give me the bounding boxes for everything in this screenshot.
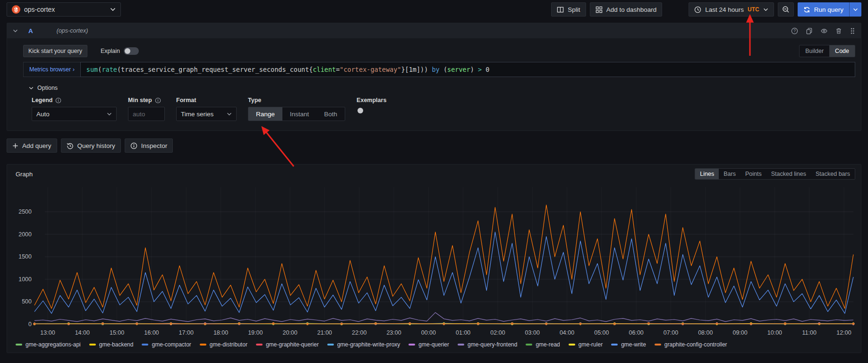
dashboard-grid-icon xyxy=(596,6,603,13)
query-history-button[interactable]: Query history xyxy=(61,138,121,153)
svg-text:19:00: 19:00 xyxy=(248,329,263,336)
viz-lines[interactable]: Lines xyxy=(695,169,719,179)
svg-text:12:00: 12:00 xyxy=(836,329,851,336)
viz-bars[interactable]: Bars xyxy=(719,169,740,179)
legend-item-gme-graphite-write-proxy[interactable]: gme-graphite-write-proxy xyxy=(327,341,400,348)
explain-toggle[interactable] xyxy=(124,47,139,55)
exemplars-field-label: Exemplars xyxy=(357,97,386,104)
viz-stacked-lines[interactable]: Stacked lines xyxy=(766,169,811,179)
info-icon xyxy=(155,97,161,104)
query-editor-panel: A (ops-cortex) ? xyxy=(7,23,861,131)
viz-points[interactable]: Points xyxy=(740,169,766,179)
help-icon[interactable]: ? xyxy=(791,27,798,35)
time-series-chart[interactable]: 0500100015002000250013:0014:0015:0016:00… xyxy=(13,184,856,340)
query-token: ( xyxy=(98,66,102,73)
drag-handle-icon[interactable] xyxy=(850,27,855,35)
add-to-dashboard-label: Add to dashboard xyxy=(606,6,657,13)
duplicate-icon[interactable] xyxy=(806,27,813,35)
run-query-dropdown[interactable] xyxy=(849,2,861,17)
query-type-range[interactable]: Range xyxy=(248,107,282,121)
add-to-dashboard-button[interactable]: Add to dashboard xyxy=(590,2,663,17)
inspector-button[interactable]: Inspector xyxy=(125,138,173,153)
editor-mode-builder[interactable]: Builder xyxy=(800,45,829,57)
promql-query-input[interactable]: sum(rate(traces_service_graph_request_se… xyxy=(80,62,855,77)
chevron-down-icon xyxy=(29,86,34,90)
legend-item-gme-graphite-querier[interactable]: gme-graphite-querier xyxy=(256,341,319,348)
format-select-value: Time series xyxy=(181,111,213,118)
explore-page: ops-cortex Split Add to dashboard xyxy=(0,0,868,353)
time-range-label: Last 24 hours xyxy=(705,6,744,13)
explain-label: Explain xyxy=(101,48,120,54)
svg-text:17:00: 17:00 xyxy=(179,329,194,336)
options-section-label: Options xyxy=(37,85,58,91)
legend-item-gme-aggregations-api[interactable]: gme-aggregations-api xyxy=(16,341,81,348)
legend-select[interactable]: Auto xyxy=(32,107,117,121)
toolbar: ops-cortex Split Add to dashboard xyxy=(7,2,861,17)
query-token: ( xyxy=(117,66,121,73)
legend-item-gme-querier[interactable]: gme-querier xyxy=(408,341,449,348)
query-token: = xyxy=(336,66,340,73)
legend-item-gme-compactor[interactable]: gme-compactor xyxy=(142,341,191,348)
add-query-button[interactable]: Add query xyxy=(7,138,57,153)
svg-text:18:00: 18:00 xyxy=(213,329,228,336)
editor-mode-switcher: BuilderCode xyxy=(799,45,855,57)
chevron-down-icon xyxy=(227,112,232,116)
query-type-both[interactable]: Both xyxy=(316,107,345,121)
legend-color-marker xyxy=(611,344,618,346)
legend-item-gme-distributor[interactable]: gme-distributor xyxy=(200,341,247,348)
run-query-button[interactable]: Run query xyxy=(798,2,861,17)
split-button[interactable]: Split xyxy=(551,2,586,17)
legend-item-gme-query-frontend[interactable]: gme-query-frontend xyxy=(458,341,517,348)
time-range-picker[interactable]: Last 24 hours UTC xyxy=(689,2,774,17)
query-ref-id: A xyxy=(28,27,33,35)
legend-item-gme-write[interactable]: gme-write xyxy=(611,341,646,348)
svg-text:02:00: 02:00 xyxy=(490,329,505,336)
format-select[interactable]: Time series xyxy=(176,107,237,121)
legend-item-gme-backend[interactable]: gme-backend xyxy=(89,341,134,348)
query-type-switcher: RangeInstantBoth xyxy=(248,107,345,121)
min-step-input[interactable] xyxy=(128,107,165,121)
plus-icon xyxy=(12,143,18,149)
query-row-header[interactable]: A (ops-cortex) ? xyxy=(7,23,861,38)
legend-color-marker xyxy=(569,344,575,346)
query-token: > xyxy=(478,66,482,73)
collapse-chevron-icon[interactable] xyxy=(13,29,18,33)
add-query-label: Add query xyxy=(22,142,51,149)
type-field-label: Type xyxy=(248,97,261,104)
svg-text:10:00: 10:00 xyxy=(767,329,782,336)
svg-text:16:00: 16:00 xyxy=(144,329,159,336)
zoom-out-button[interactable] xyxy=(778,2,794,17)
svg-text:04:00: 04:00 xyxy=(560,329,574,336)
legend-item-gme-read[interactable]: gme-read xyxy=(526,341,560,348)
metrics-browser-button[interactable]: Metrics browser › xyxy=(23,62,80,77)
svg-text:09:00: 09:00 xyxy=(732,329,747,336)
remove-query-trash-icon[interactable] xyxy=(835,27,842,35)
legend-item-graphite-config-controller[interactable]: graphite-config-controller xyxy=(655,341,727,348)
datasource-picker[interactable]: ops-cortex xyxy=(7,2,121,17)
query-token: ( xyxy=(443,66,447,73)
query-token: { xyxy=(309,66,313,73)
chevron-down-icon xyxy=(763,8,768,11)
legend-item-gme-ruler[interactable]: gme-ruler xyxy=(569,341,603,348)
options-section-toggle[interactable]: Options xyxy=(29,85,855,91)
prometheus-icon xyxy=(12,5,20,14)
svg-text:14:00: 14:00 xyxy=(75,329,90,336)
svg-text:1500: 1500 xyxy=(18,253,32,260)
query-token: server xyxy=(447,66,470,73)
query-token: client xyxy=(313,66,336,73)
query-token: 0 xyxy=(482,66,489,73)
svg-text:21:00: 21:00 xyxy=(317,329,332,336)
viz-stacked-bars[interactable]: Stacked bars xyxy=(811,169,855,179)
hide-response-eye-icon[interactable] xyxy=(820,27,828,35)
inspector-label: Inspector xyxy=(141,142,168,149)
query-token: sum xyxy=(86,66,98,73)
query-type-instant[interactable]: Instant xyxy=(282,107,317,121)
legend-color-marker xyxy=(89,344,96,346)
clock-icon xyxy=(694,6,701,13)
editor-mode-code[interactable]: Code xyxy=(829,45,855,57)
svg-text:07:00: 07:00 xyxy=(664,329,678,336)
kick-start-query-button[interactable]: Kick start your query xyxy=(23,45,87,57)
zoom-out-icon xyxy=(782,6,790,13)
svg-text:20:00: 20:00 xyxy=(282,329,297,336)
chevron-down-icon xyxy=(110,8,116,11)
